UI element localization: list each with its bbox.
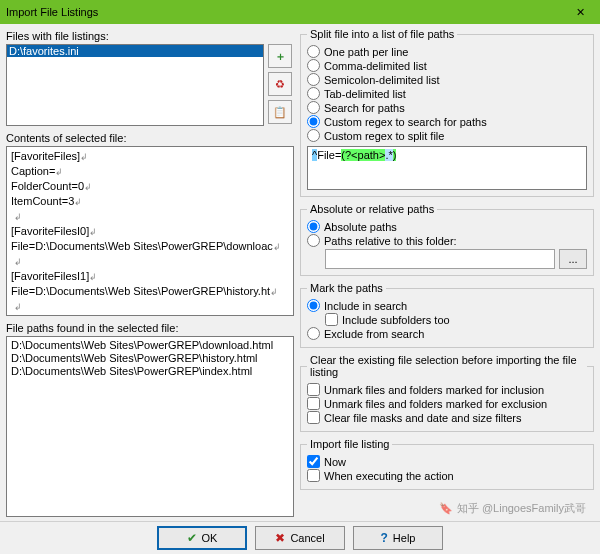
dialog-body: Files with file listings: D:\favorites.i…	[0, 24, 600, 521]
abs-legend: Absolute or relative paths	[307, 203, 437, 215]
left-column: Files with file listings: D:\favorites.i…	[0, 24, 298, 521]
check-icon: ✔	[187, 531, 197, 545]
help-button[interactable]: ? Help	[353, 526, 443, 550]
clear-masks-check[interactable]: Clear file masks and date and size filte…	[307, 411, 587, 424]
split-one-per-line[interactable]: One path per line	[307, 45, 587, 58]
abs-rel-group: Absolute or relative paths Absolute path…	[300, 203, 594, 276]
import-exec-check[interactable]: When executing the action	[307, 469, 587, 482]
found-paths-listbox[interactable]: D:\Documents\Web Sites\PowerGREP\downloa…	[6, 336, 294, 517]
mark-exclude-radio[interactable]: Exclude from search	[307, 327, 587, 340]
relative-paths-radio[interactable]: Paths relative to this folder:	[307, 234, 587, 247]
split-semicolon[interactable]: Semicolon-delimited list	[307, 73, 587, 86]
x-icon: ✖	[275, 531, 285, 545]
mark-include-radio[interactable]: Include in search	[307, 299, 587, 312]
window-title: Import File Listings	[6, 6, 566, 18]
clipboard-icon: 📋	[273, 106, 287, 119]
regex-input[interactable]: ^File=(?<path>.*)	[307, 146, 587, 190]
include-subfolders-check[interactable]: Include subfolders too	[325, 313, 587, 326]
clear-inclusion-check[interactable]: Unmark files and folders marked for incl…	[307, 383, 587, 396]
import-now-check[interactable]: Now	[307, 455, 587, 468]
split-comma[interactable]: Comma-delimited list	[307, 59, 587, 72]
split-group: Split file into a list of file paths One…	[300, 28, 594, 197]
regex-group-open: (?<path>	[341, 149, 385, 161]
split-custom-search[interactable]: Custom regex to search for paths	[307, 115, 587, 128]
file-tools: ＋ ♻ 📋	[268, 44, 294, 126]
cancel-button[interactable]: ✖ Cancel	[255, 526, 345, 550]
absolute-paths-radio[interactable]: Absolute paths	[307, 220, 587, 233]
split-legend: Split file into a list of file paths	[307, 28, 457, 40]
split-custom-split[interactable]: Custom regex to split file	[307, 129, 587, 142]
regex-dot: .*	[385, 149, 392, 161]
found-paths-label: File paths found in the selected file:	[6, 322, 294, 334]
relative-folder-input[interactable]	[325, 249, 555, 269]
browse-folder-button[interactable]: ...	[559, 249, 587, 269]
import-legend: Import file listing	[307, 438, 392, 450]
ok-button[interactable]: ✔ OK	[157, 526, 247, 550]
path-item[interactable]: D:\Documents\Web Sites\PowerGREP\history…	[11, 352, 289, 365]
recycle-icon: ♻	[275, 78, 285, 91]
contents-label: Contents of selected file:	[6, 132, 294, 144]
add-file-button[interactable]: ＋	[268, 44, 292, 68]
remove-file-button[interactable]: ♻	[268, 72, 292, 96]
help-icon: ?	[381, 531, 388, 545]
import-group: Import file listing Now When executing t…	[300, 438, 594, 490]
clear-exclusion-check[interactable]: Unmark files and folders marked for excl…	[307, 397, 587, 410]
right-column: Split file into a list of file paths One…	[298, 24, 600, 521]
path-item[interactable]: D:\Documents\Web Sites\PowerGREP\downloa…	[11, 339, 289, 352]
clear-group: Clear the existing file selection before…	[300, 354, 594, 432]
regex-group-close: )	[393, 149, 397, 161]
contents-textbox[interactable]: [FavoriteFiles]↲Caption=↲FolderCount=0↲I…	[6, 146, 294, 316]
file-item[interactable]: D:\favorites.ini	[7, 45, 263, 57]
clear-legend: Clear the existing file selection before…	[307, 354, 587, 378]
split-tab[interactable]: Tab-delimited list	[307, 87, 587, 100]
button-bar: ✔ OK ✖ Cancel ? Help	[0, 521, 600, 554]
files-list-label: Files with file listings:	[6, 30, 294, 42]
mark-group: Mark the paths Include in search Include…	[300, 282, 594, 348]
mark-legend: Mark the paths	[307, 282, 386, 294]
files-listbox[interactable]: D:\favorites.ini	[6, 44, 264, 126]
title-bar: Import File Listings ✕	[0, 0, 600, 24]
split-search[interactable]: Search for paths	[307, 101, 587, 114]
close-icon[interactable]: ✕	[566, 6, 594, 19]
paste-file-button[interactable]: 📋	[268, 100, 292, 124]
plus-icon: ＋	[275, 49, 286, 64]
regex-literal: File=	[317, 149, 341, 161]
path-item[interactable]: D:\Documents\Web Sites\PowerGREP\index.h…	[11, 365, 289, 378]
